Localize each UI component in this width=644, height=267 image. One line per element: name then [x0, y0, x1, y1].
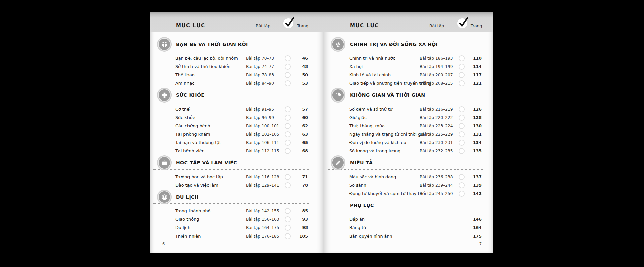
toc-row-page: 146: [471, 217, 482, 222]
toc-row-page: 142: [471, 191, 482, 196]
check-circle: [459, 72, 465, 78]
toc-row-page: 137: [471, 174, 482, 179]
toc-row-page: 53: [297, 81, 308, 86]
toc-row-label: Trường học và học tập: [175, 174, 246, 179]
toc-row: Số lượng và trọng lượngBài tập 232–23513…: [324, 147, 493, 155]
toc-row-page: 65: [297, 140, 308, 145]
toc-row-label: Bảng từ: [349, 225, 420, 230]
check-circle: [459, 148, 465, 154]
section-title: MIÊU TẢ: [350, 160, 373, 165]
toc-section: PHỤ LỤCĐáp án146Bảng từ164Bản quyền hình…: [324, 199, 493, 240]
toc-row-page: 130: [471, 123, 482, 128]
toc-row-exercises: Bài tập 74–77: [246, 64, 278, 69]
toc-row: Cơ thểBài tập 91–9557: [150, 105, 324, 113]
toc-row-exercises: Bài tập 112–115: [246, 149, 278, 153]
check-circle: [459, 182, 465, 188]
toc-row-exercises: Bài tập 232–235: [420, 149, 452, 153]
toc-row-page: 121: [471, 81, 482, 86]
check-circle: [459, 191, 465, 197]
toc-row-exercises: Bài tập 230–231: [420, 140, 452, 145]
toc-row-exercises: Bài tập 223–224: [420, 124, 452, 128]
checkmark-icon: [455, 14, 470, 30]
toc-row-label: Thiên nhiên: [175, 233, 246, 239]
toc-row-page: 139: [471, 183, 482, 188]
check-circle: [285, 55, 291, 61]
section-title: HỌC TẬP VÀ LÀM VIỆC: [176, 160, 237, 165]
page-header: MỤC LỤC Bài tập Trang: [150, 12, 324, 32]
exercises-column-header: Bài tập: [429, 23, 444, 28]
toc-row-label: Giao thông: [175, 217, 246, 222]
toc-row: Thể thaoBài tập 78–8350: [150, 71, 324, 79]
check-circle: [285, 233, 291, 239]
toc-row: Xã hộiBài tập 194–199114: [324, 62, 493, 71]
toc-page-left: MỤC LỤC Bài tập Trang BẠN BÈ VÀ THỜI GIA…: [150, 12, 324, 253]
toc-row-label: Thứ, tháng, mùa: [349, 123, 420, 128]
pencil-icon: [331, 155, 345, 170]
toc-row-page: 62: [297, 123, 308, 128]
toc-heading: MỤC LỤC: [350, 23, 379, 29]
check-circle: [459, 80, 465, 86]
check-circle: [285, 216, 291, 222]
toc-row-label: Cơ thể: [175, 107, 246, 112]
briefcase-icon: [157, 155, 172, 170]
toc-row-exercises: Bài tập 194–199: [420, 64, 452, 69]
community-icon: [331, 37, 345, 52]
toc-row-label: Sở thích và thú tiêu khiển: [175, 64, 246, 69]
toc-row-label: Trong thành phố: [175, 208, 246, 213]
toc-row-page: 93: [297, 217, 308, 222]
toc-row-exercises: Bài tập 236–238: [420, 175, 452, 179]
toc-row-label: Đào tạo và việc làm: [175, 183, 246, 188]
toc-row: Chính trị và nhà nướcBài tập 186–193110: [324, 54, 493, 62]
toc-row: Âm nhạcBài tập 84–9053: [150, 79, 324, 87]
toc-row-exercises: Bài tập 106–111: [246, 140, 278, 145]
toc-row-page: 117: [471, 72, 482, 77]
toc-row-page: 71: [297, 174, 308, 179]
exercises-column-header: Bài tập: [256, 23, 270, 28]
toc-row-exercises: Bài tập 186–193: [420, 56, 452, 61]
toc-row-label: Tại phòng khám: [175, 132, 246, 137]
toc-row-page: 131: [471, 132, 482, 137]
toc-row-exercises: Bài tập 245–250: [420, 191, 452, 196]
toc-row-exercises: Bài tập 91–95: [246, 107, 278, 112]
toc-row-page: 175: [471, 233, 482, 239]
folio-number: 6: [162, 242, 165, 246]
toc-row-label: Bạn bè, câu lạc bộ, đội nhóm: [175, 56, 246, 61]
check-circle: [459, 115, 465, 121]
check-circle: [285, 148, 291, 154]
toc-row-label: Giờ giấc: [349, 115, 420, 120]
toc-row-exercises: Bài tập 225–229: [420, 132, 452, 137]
toc-row-label: Màu sắc và hình dạng: [349, 174, 420, 179]
toc-heading: MỤC LỤC: [176, 23, 205, 29]
check-circle: [285, 64, 291, 70]
toc-row-page: 126: [471, 107, 482, 112]
toc-row-page: 63: [297, 132, 308, 137]
toc-row-page: 134: [471, 140, 482, 145]
toc-row-exercises: Bài tập 100–101: [246, 124, 278, 128]
toc-row-label: Kinh tế và tài chính: [349, 72, 420, 77]
check-circle: [459, 174, 465, 180]
toc-row-label: So sánh: [349, 183, 420, 188]
check-circle: [459, 123, 465, 129]
toc-row-label: Bản quyền hình ảnh: [349, 233, 420, 239]
check-circle: [285, 182, 291, 188]
toc-row-page: 60: [297, 115, 308, 120]
globe-icon: [157, 190, 172, 204]
toc-row: Số đếm và số thứ tựBài tập 216–219126: [324, 105, 493, 113]
toc-row: Ngày tháng và trạng từ chỉ thời gianBài …: [324, 130, 493, 138]
clock-icon: [331, 88, 345, 103]
section-title: DU LỊCH: [176, 194, 199, 200]
check-circle: [285, 106, 291, 112]
toc-row-exercises: Bài tập 70–73: [246, 56, 278, 61]
toc-row-label: Đơn vị đo lường và kích cỡ: [349, 140, 420, 145]
toc-row-exercises: Bài tập 116–128: [246, 175, 278, 179]
toc-section: KHÔNG GIAN VÀ THỜI GIANSố đếm và số thứ …: [324, 89, 493, 155]
toc-row: Giao tiếp và phương tiện truyền thôngBài…: [324, 79, 493, 87]
toc-row-page: 50: [297, 72, 308, 77]
toc-section: CHÍNH TRỊ VÀ ĐỜI SỐNG XÃ HỘIChính trị và…: [324, 38, 493, 87]
toc-row: Bản quyền hình ảnh175: [324, 232, 493, 240]
toc-row: So sánhBài tập 239–244139: [324, 181, 493, 189]
toc-row-exercises: Bài tập 78–83: [246, 73, 278, 77]
check-circle: [285, 115, 291, 121]
section-title: SỨC KHỎE: [176, 92, 204, 98]
toc-row-page: 46: [297, 56, 308, 61]
